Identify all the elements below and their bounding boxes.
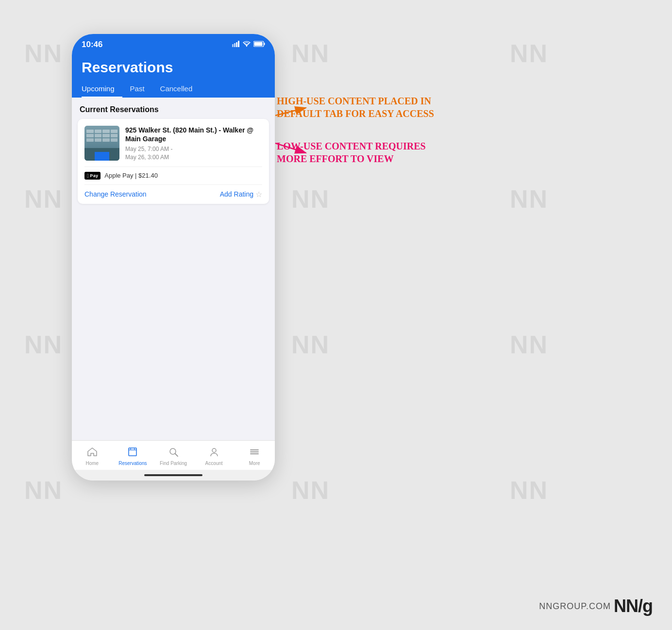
watermark-2: NN [291,39,330,68]
tab-cancelled[interactable]: Cancelled [152,81,201,98]
tab-reservations[interactable]: Reservations [113,445,153,468]
window [102,130,110,133]
watermark-5: NN [291,184,330,214]
card-info: 925 Walker St. (820 Main St.) - Walker @… [125,126,262,162]
window [111,134,118,137]
window [95,138,102,142]
tabs-bar: Upcoming Past Cancelled [82,81,265,98]
svg-line-13 [175,454,178,457]
watermark-9: NN [510,330,548,359]
star-icon: ☆ [255,190,262,199]
watermark-7: NN [24,330,63,359]
home-tab-label: Home [85,461,99,466]
section-title: Current Reservations [72,98,275,119]
tab-find-parking[interactable]: Find Parking [153,445,194,468]
watermark-3: NN [510,39,548,68]
card-actions: Change Reservation Add Rating ☆ [78,185,269,204]
bottom-tab-bar: Home Reservations Find Parking Account M… [72,440,275,470]
window [111,130,118,133]
home-indicator [72,470,275,481]
svg-rect-8 [129,448,136,456]
window [111,138,118,142]
nng-brand: NN/g [614,596,653,616]
window [102,138,110,142]
annotation-pink: LOW-USE CONTENT REQUIRES MORE EFFORT TO … [277,140,442,165]
date-range: May 25, 7:00 AM -May 26, 3:00 AM [125,146,172,161]
annotation-text-pink: LOW-USE CONTENT REQUIRES MORE EFFORT TO … [277,140,442,165]
apple-icon:  [87,173,89,179]
window [86,130,94,133]
building-windows [86,130,118,142]
pay-label: Pay [90,173,98,178]
home-bar [144,474,202,476]
svg-rect-7 [254,42,263,46]
change-reservation-button[interactable]: Change Reservation [84,190,147,198]
find-parking-icon [168,447,179,459]
content-area: Current Reservations [72,98,275,440]
battery-icon [253,41,265,49]
watermark-11: NN [291,476,330,505]
building-illustration [84,126,119,161]
status-icons [232,41,265,49]
tab-home[interactable]: Home [72,445,113,468]
reservations-icon [127,447,138,459]
svg-rect-1 [234,43,235,47]
tab-account[interactable]: Account [194,445,235,468]
parking-dates: May 25, 7:00 AM -May 26, 3:00 AM [125,145,262,162]
svg-rect-2 [236,42,237,47]
find-parking-tab-label: Find Parking [160,461,187,466]
svg-rect-0 [232,44,234,47]
reservation-card: 925 Walker St. (820 Main St.) - Walker @… [78,119,269,204]
account-icon [209,447,219,459]
annotation-orange: HIGH-USE CONTENT PLACED IN DEFAULT TAB F… [277,95,442,120]
nng-logo: NNGROUP.COM NN/g [539,596,653,616]
phone-frame: 10:46 Reservations Upcoming Past Cancell… [72,34,275,481]
window [86,134,94,137]
watermark-10: NN [24,476,63,505]
wifi-icon [243,41,251,49]
annotation-text-orange: HIGH-USE CONTENT PLACED IN DEFAULT TAB F… [277,95,442,120]
svg-rect-6 [264,43,265,45]
watermark-12: NN [510,476,548,505]
window [95,130,102,133]
svg-point-14 [212,448,216,452]
tab-upcoming[interactable]: Upcoming [82,81,122,98]
status-time: 10:46 [82,40,102,50]
watermark-6: NN [510,184,548,214]
card-payment:  Pay Apple Pay | $21.40 [78,167,269,184]
parking-name: 925 Walker St. (820 Main St.) - Walker @… [125,126,262,143]
window [86,138,94,142]
tab-past[interactable]: Past [122,81,152,98]
svg-point-4 [246,46,247,47]
home-icon [87,447,98,459]
page-title: Reservations [82,59,265,76]
more-tab-label: More [249,461,260,466]
watermark-4: NN [24,184,63,214]
more-icon [249,447,260,459]
nng-site: NNGROUP.COM [539,601,611,612]
status-bar: 10:46 [72,34,275,53]
add-rating-label: Add Rating [220,190,253,198]
svg-rect-3 [238,41,239,47]
watermark-1: NN [24,39,63,68]
window [95,134,102,137]
storefront [95,152,109,161]
tab-more[interactable]: More [234,445,275,468]
app-header: Reservations Upcoming Past Cancelled [72,53,275,98]
signal-icon [232,41,240,49]
window [102,134,110,137]
add-rating-button[interactable]: Add Rating ☆ [220,190,262,199]
card-top: 925 Walker St. (820 Main St.) - Walker @… [78,119,269,166]
watermark-8: NN [291,330,330,359]
payment-amount: Apple Pay | $21.40 [104,172,158,179]
parking-image [84,126,119,161]
apple-pay-badge:  Pay [84,172,101,180]
reservations-tab-label: Reservations [118,461,147,466]
account-tab-label: Account [205,461,223,466]
